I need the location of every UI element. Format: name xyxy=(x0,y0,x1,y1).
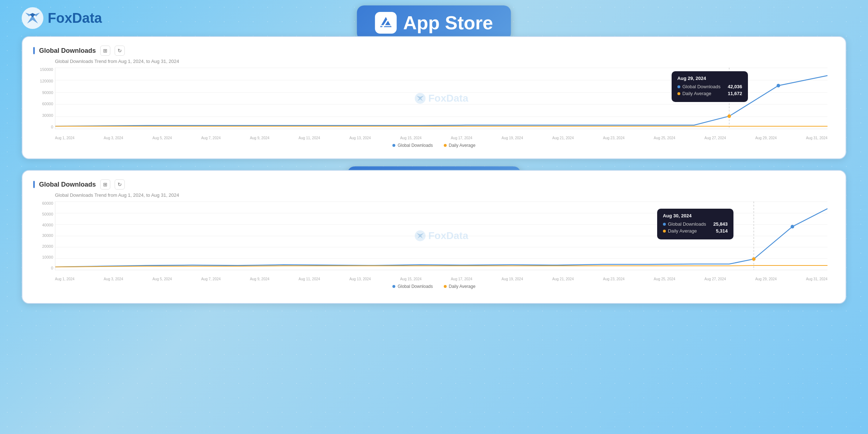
googleplay-tooltip-date: Aug 30, 2024 xyxy=(663,213,728,218)
googleplay-tooltip: Aug 30, 2024 Global Downloads 25,843 Dai… xyxy=(657,209,733,239)
gp-x-label-aug13: Aug 13, 2024 xyxy=(349,277,371,281)
foxdata-logo-icon xyxy=(22,7,43,29)
gp-x-label-aug25: Aug 25, 2024 xyxy=(654,277,676,281)
x-label-aug7: Aug 7, 2024 xyxy=(201,136,221,140)
logo-area: FoxData xyxy=(22,7,102,29)
googleplay-x-axis: Aug 1, 2024 Aug 3, 2024 Aug 5, 2024 Aug … xyxy=(55,271,827,281)
y-label-0: 0 xyxy=(51,125,53,129)
gp-x-label-aug19: Aug 19, 2024 xyxy=(502,277,523,281)
gp-y-label-50k: 50000 xyxy=(42,212,53,216)
googleplay-tooltip-avg-row: Daily Average 5,314 xyxy=(663,228,728,234)
page-header: FoxData App Store xyxy=(0,0,868,36)
appstore-section-header: Global Downloads ⊞ ↻ xyxy=(33,46,835,56)
appstore-tooltip-avg-value: 11,672 xyxy=(728,91,742,96)
x-label-aug11: Aug 11, 2024 xyxy=(299,136,320,140)
googleplay-tooltip-downloads-label: Global Downloads xyxy=(663,221,706,227)
x-label-aug31: Aug 31, 2024 xyxy=(806,136,827,140)
gp-legend-daily-average: Daily Average xyxy=(444,284,476,289)
gp-y-label-60k: 60000 xyxy=(42,201,53,205)
svg-point-14 xyxy=(791,225,794,229)
appstore-tooltip: Aug 29, 2024 Global Downloads 42,036 Dai… xyxy=(672,71,748,102)
gp-x-label-aug17: Aug 17, 2024 xyxy=(451,277,472,281)
gp-x-label-aug7: Aug 7, 2024 xyxy=(201,277,221,281)
legend-dot-downloads xyxy=(392,144,395,147)
googleplay-chart-area: FoxData Aug 30, 2024 xyxy=(55,201,827,270)
gp-x-label-aug1: Aug 1, 2024 xyxy=(55,277,75,281)
x-label-aug1: Aug 1, 2024 xyxy=(55,136,75,140)
x-label-aug21: Aug 21, 2024 xyxy=(552,136,574,140)
x-label-aug17: Aug 17, 2024 xyxy=(451,136,472,140)
app-store-label: App Store xyxy=(403,12,493,34)
gp-download-button[interactable]: ⊞ xyxy=(100,179,110,190)
x-label-aug9: Aug 9, 2024 xyxy=(250,136,269,140)
appstore-chart-area: FoxData Aug 29, 2024 xyxy=(55,68,827,129)
googleplay-tooltip-avg-label: Daily Average xyxy=(663,228,697,234)
googleplay-section-header: Global Downloads ⊞ ↻ xyxy=(33,179,835,190)
googleplay-chart-title: Global Downloads xyxy=(39,181,96,188)
x-label-aug5: Aug 5, 2024 xyxy=(152,136,172,140)
gp-y-label-30k: 30000 xyxy=(42,234,53,238)
gp-section-title-bar xyxy=(33,181,35,188)
appstore-chart-subtitle: Global Downloads Trend from Aug 1, 2024,… xyxy=(55,59,835,64)
gp-legend-label-avg: Daily Average xyxy=(449,284,476,289)
gp-x-label-aug29: Aug 29, 2024 xyxy=(755,277,777,281)
gp-refresh-button[interactable]: ↻ xyxy=(115,179,125,190)
gp-legend-dot-downloads xyxy=(392,285,395,288)
googleplay-tooltip-downloads-value: 25,843 xyxy=(713,221,728,227)
appstore-legend: Global Downloads Daily Average xyxy=(33,143,835,148)
appstore-x-axis: Aug 1, 2024 Aug 3, 2024 Aug 5, 2024 Aug … xyxy=(55,130,827,140)
appstore-chart-title: Global Downloads xyxy=(39,47,96,55)
googleplay-y-axis: 60000 50000 40000 30000 20000 10000 0 xyxy=(33,201,53,270)
download-button[interactable]: ⊞ xyxy=(100,46,110,56)
appstore-tooltip-downloads-label: Global Downloads xyxy=(677,84,721,89)
y-label-30k: 30000 xyxy=(42,114,53,118)
appstore-tooltip-avg-label: Daily Average xyxy=(677,91,711,96)
gp-y-label-40k: 40000 xyxy=(42,223,53,227)
legend-dot-avg xyxy=(444,144,447,147)
appstore-tooltip-downloads-row: Global Downloads 42,036 xyxy=(677,84,742,89)
gp-x-label-aug5: Aug 5, 2024 xyxy=(152,277,172,281)
x-label-aug19: Aug 19, 2024 xyxy=(502,136,523,140)
googleplay-legend: Global Downloads Daily Average xyxy=(33,284,835,289)
x-label-aug25: Aug 25, 2024 xyxy=(654,136,676,140)
y-label-150k: 150000 xyxy=(40,68,53,72)
y-label-120k: 120000 xyxy=(40,79,53,83)
x-label-aug29: Aug 29, 2024 xyxy=(755,136,777,140)
appstore-tooltip-downloads-value: 42,036 xyxy=(728,84,742,89)
svg-point-1 xyxy=(29,16,31,18)
svg-point-5 xyxy=(727,114,731,118)
googleplay-tooltip-downloads-row: Global Downloads 25,843 xyxy=(663,221,728,227)
googleplay-chart-container: 60000 50000 40000 30000 20000 10000 0 Fo… xyxy=(55,201,827,281)
gp-y-label-10k: 10000 xyxy=(42,255,53,259)
gp-legend-global-downloads: Global Downloads xyxy=(392,284,433,289)
svg-point-6 xyxy=(776,84,780,88)
y-label-90k: 90000 xyxy=(42,91,53,95)
gp-y-label-0: 0 xyxy=(51,266,53,270)
gp-x-label-aug9: Aug 9, 2024 xyxy=(250,277,269,281)
app-store-icon xyxy=(375,12,397,34)
gp-x-label-aug11: Aug 11, 2024 xyxy=(299,277,320,281)
legend-global-downloads: Global Downloads xyxy=(392,143,433,148)
logo-text: FoxData xyxy=(48,10,102,26)
gp-x-label-aug3: Aug 3, 2024 xyxy=(104,277,123,281)
appstore-chart-section: Global Downloads ⊞ ↻ Global Downloads Tr… xyxy=(22,36,846,159)
legend-label-avg: Daily Average xyxy=(449,143,476,148)
googleplay-chart-section: Global Downloads ⊞ ↻ Global Downloads Tr… xyxy=(22,170,846,304)
x-label-aug23: Aug 23, 2024 xyxy=(603,136,625,140)
gp-x-label-aug31: Aug 31, 2024 xyxy=(806,277,827,281)
gp-y-label-20k: 20000 xyxy=(42,244,53,248)
legend-label-downloads: Global Downloads xyxy=(397,143,433,148)
gp-legend-dot-avg xyxy=(444,285,447,288)
gp-x-label-aug15: Aug 15, 2024 xyxy=(400,277,422,281)
googleplay-chart-subtitle: Global Downloads Trend from Aug 1, 2024,… xyxy=(55,192,835,198)
gp-x-label-aug21: Aug 21, 2024 xyxy=(552,277,574,281)
svg-point-2 xyxy=(34,16,36,18)
svg-point-13 xyxy=(752,257,756,261)
gp-x-label-aug23: Aug 23, 2024 xyxy=(603,277,625,281)
refresh-button[interactable]: ↻ xyxy=(115,46,125,56)
section-title-bar xyxy=(33,47,35,54)
x-label-aug27: Aug 27, 2024 xyxy=(705,136,726,140)
legend-daily-average: Daily Average xyxy=(444,143,476,148)
gp-legend-label-downloads: Global Downloads xyxy=(397,284,433,289)
appstore-y-axis: 150000 120000 90000 60000 30000 0 xyxy=(33,68,53,129)
